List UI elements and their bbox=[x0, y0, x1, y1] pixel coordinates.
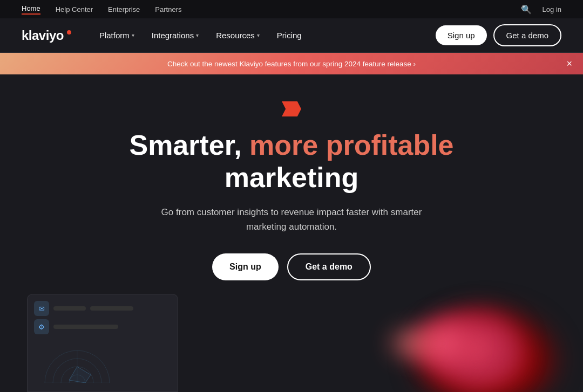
nav-platform-label: Platform bbox=[99, 31, 130, 40]
hero-signup-button[interactable]: Sign up bbox=[212, 253, 279, 280]
nav-pricing-label: Pricing bbox=[277, 31, 302, 40]
hero-visuals: ✉ ⚙ bbox=[0, 306, 583, 392]
platform-chevron-icon: ▾ bbox=[132, 32, 134, 38]
topbar-helpcenter-link[interactable]: Help Center bbox=[56, 5, 93, 13]
radar-chart bbox=[34, 340, 120, 383]
banner-text: Check out the newest Klaviyo features fr… bbox=[167, 60, 416, 68]
smoke-visual bbox=[356, 295, 583, 392]
topbar-right: 🔍 Log in bbox=[521, 4, 561, 15]
nav-demo-button[interactable]: Get a demo bbox=[493, 24, 561, 46]
announcement-banner: Check out the newest Klaviyo features fr… bbox=[0, 53, 583, 74]
nav-resources-label: Resources bbox=[216, 31, 255, 40]
resources-chevron-icon: ▾ bbox=[257, 32, 260, 38]
nav-links: Platform ▾ Integrations ▾ Resources ▾ Pr… bbox=[93, 26, 436, 44]
logo-text: klaviyo bbox=[22, 28, 64, 43]
nav-platform-link[interactable]: Platform ▾ bbox=[93, 26, 141, 44]
nav-integrations-link[interactable]: Integrations ▾ bbox=[145, 26, 205, 44]
hero-headline-text2: marketing bbox=[225, 162, 359, 193]
dash-line-1 bbox=[53, 306, 86, 311]
hero-headline: Smarter, more profitable marketing bbox=[103, 129, 480, 194]
main-nav: klaviyo Platform ▾ Integrations ▾ Resour… bbox=[0, 18, 583, 53]
search-icon[interactable]: 🔍 bbox=[521, 4, 532, 15]
email-icon: ✉ bbox=[34, 301, 49, 316]
topbar-partners-link[interactable]: Partners bbox=[155, 5, 181, 13]
smoke-blob-4 bbox=[389, 327, 432, 360]
hero-buttons: Sign up Get a demo bbox=[212, 253, 371, 280]
banner-arrow-icon[interactable]: › bbox=[413, 60, 416, 68]
hero-demo-button[interactable]: Get a demo bbox=[287, 253, 371, 280]
top-utility-bar: Home Help Center Enterprise Partners 🔍 L… bbox=[0, 0, 583, 18]
dash-row-1: ✉ bbox=[34, 301, 171, 316]
logo[interactable]: klaviyo bbox=[22, 28, 71, 43]
settings-icon: ⚙ bbox=[34, 319, 49, 334]
logo-dot bbox=[67, 30, 71, 35]
nav-right: Sign up Get a demo bbox=[436, 24, 561, 46]
banner-close-button[interactable]: × bbox=[566, 59, 572, 68]
integrations-chevron-icon: ▾ bbox=[196, 32, 199, 38]
nav-integrations-label: Integrations bbox=[152, 31, 194, 40]
nav-pricing-link[interactable]: Pricing bbox=[270, 26, 308, 44]
hero-headline-text1: Smarter, bbox=[129, 129, 249, 161]
dash-line-3 bbox=[53, 325, 118, 329]
hero-section: Smarter, more profitable marketing Go fr… bbox=[0, 74, 583, 392]
banner-message: Check out the newest Klaviyo features fr… bbox=[167, 60, 411, 68]
hero-subtext: Go from customer insights to revenue imp… bbox=[140, 205, 443, 234]
topbar-home-link[interactable]: Home bbox=[22, 4, 40, 15]
nav-signup-button[interactable]: Sign up bbox=[436, 25, 487, 45]
topbar-enterprise-link[interactable]: Enterprise bbox=[108, 5, 140, 13]
dash-line-2 bbox=[90, 306, 133, 311]
topbar-login-link[interactable]: Log in bbox=[543, 5, 561, 13]
dashboard-mockup: ✉ ⚙ bbox=[27, 294, 178, 392]
hero-brand-icon bbox=[282, 101, 301, 116]
hero-headline-accent: more profitable bbox=[249, 129, 454, 161]
nav-resources-link[interactable]: Resources ▾ bbox=[209, 26, 266, 44]
dash-row-2: ⚙ bbox=[34, 319, 171, 334]
